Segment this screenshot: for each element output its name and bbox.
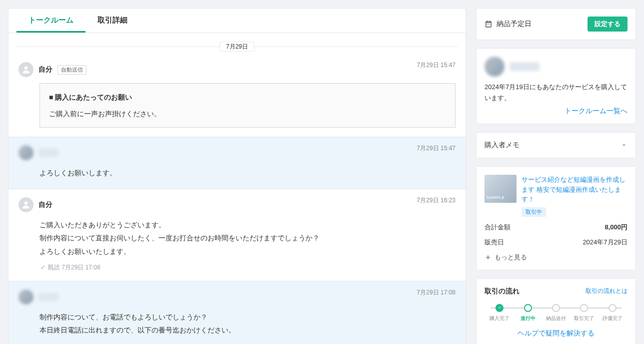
buyer-name: . <box>38 149 58 157</box>
step-delivery: 納品送付 <box>542 304 570 322</box>
step-review: 評価完了 <box>598 304 626 322</box>
buyer-memo-row[interactable]: 購入者メモ <box>476 132 636 158</box>
avatar-buyer <box>484 57 504 77</box>
main-column: トークルーム 取引詳細 7月29日 7月29日 15:47 自分 自動送信 ■ … <box>8 8 466 344</box>
message-time: 7月29日 17:08 <box>417 288 456 297</box>
delivery-date-label: 納品予定日 <box>496 20 532 29</box>
message-time: 7月29日 15:47 <box>417 144 456 153</box>
message-time: 7月29日 15:47 <box>417 61 456 70</box>
sold-date-value: 2024年7月29日 <box>582 238 628 247</box>
flow-title: 取引の流れ <box>484 287 520 296</box>
memo-label: 購入者メモ <box>484 141 520 150</box>
service-card: サービス紹介など短編漫画を作成します 格安で短編漫画作成いたします！ 取引中 合… <box>476 166 636 270</box>
step-complete: 取引完了 <box>570 304 598 322</box>
amount-value: 8,000円 <box>604 223 628 232</box>
message-body: ご購入いただきありがとうございます。 制作内容について直接お伺いしたく、一度お打… <box>18 218 456 258</box>
service-thumbnail <box>484 175 516 203</box>
delivery-date-card: 納品予定日 設定する <box>476 8 636 40</box>
step-purchase-done: 購入完了 <box>486 304 514 322</box>
buyer-card: . 2024年7月19日にもあなたのサービスを購入しています。 トークルーム一覧… <box>476 48 636 124</box>
svg-point-1 <box>24 201 28 205</box>
message-time: 7月29日 16:23 <box>417 196 456 205</box>
status-badge: 取引中 <box>522 207 546 217</box>
help-link[interactable]: ヘルプで疑問を解決する <box>518 329 594 337</box>
avatar-self <box>18 197 34 212</box>
buyer-history: 2024年7月19日にもあなたのサービスを購入しています。 <box>484 82 628 104</box>
flow-link[interactable]: 取引の流れとは <box>586 287 628 295</box>
tab-detail[interactable]: 取引詳細 <box>86 9 140 33</box>
amount-label: 合計金額 <box>484 223 510 232</box>
message-body: 制作内容について、お電話でもよろしいでしょうか？ 本日終日電話に出れますので、以… <box>18 310 456 337</box>
svg-point-0 <box>24 66 28 70</box>
flow-card: 取引の流れ 取引の流れとは 購入完了 進行中 納品送付 取引完 <box>476 278 636 344</box>
message-self: 7月29日 16:23 自分 ご購入いただきありがとうございます。 制作内容につ… <box>8 189 466 281</box>
avatar-buyer <box>18 289 34 304</box>
buyer-name: . <box>510 62 540 71</box>
date-divider: 7月29日 <box>8 42 466 51</box>
notice-body: ご購入前に一声お声掛けください。 <box>49 107 446 121</box>
chevron-down-icon <box>620 142 628 149</box>
tabs: トークルーム 取引詳細 <box>8 9 466 33</box>
plus-icon <box>484 254 492 261</box>
message-buyer: 7月29日 15:47 . よろしくお願いします。 <box>8 137 466 189</box>
date-divider-label: 7月29日 <box>220 42 254 52</box>
step-in-progress: 進行中 <box>514 304 542 322</box>
read-receipt: 既読 7月29日 17:08 <box>18 263 456 272</box>
configure-button[interactable]: 設定する <box>588 17 628 32</box>
side-column: 納品予定日 設定する . 2024年7月19日にもあなたのサービスを購入していま… <box>476 8 636 344</box>
calendar-icon <box>484 20 492 28</box>
avatar-self <box>18 62 34 77</box>
sender-name: 自分 <box>38 65 52 74</box>
service-title-link[interactable]: サービス紹介など短編漫画を作成します 格安で短編漫画作成いたします！ <box>522 176 626 203</box>
tab-talkroom[interactable]: トークルーム <box>16 9 86 33</box>
message-buyer: 7月29日 17:08 . 制作内容について、お電話でもよろしいでしょうか？ 本… <box>8 281 466 344</box>
avatar-buyer <box>18 145 34 160</box>
talkroom-list-link[interactable]: トークルーム一覧へ <box>564 107 628 115</box>
buyer-name: . <box>38 293 58 301</box>
auto-send-tag: 自動送信 <box>58 65 86 75</box>
show-more[interactable]: もっと見る <box>484 253 628 262</box>
message-self-auto: 7月29日 15:47 自分 自動送信 ■ 購入にあたってのお願い ご購入前に一… <box>8 54 466 137</box>
check-icon <box>40 264 46 271</box>
purchase-notice-box: ■ 購入にあたってのお願い ご購入前に一声お声掛けください。 <box>40 83 456 128</box>
sender-name: 自分 <box>38 200 52 209</box>
notice-title: ■ 購入にあたってのお願い <box>49 91 446 104</box>
message-body: よろしくお願いします。 <box>18 166 456 180</box>
sold-date-label: 販売日 <box>484 238 504 247</box>
flow-steps: 購入完了 進行中 納品送付 取引完了 評価完了 <box>486 304 626 322</box>
